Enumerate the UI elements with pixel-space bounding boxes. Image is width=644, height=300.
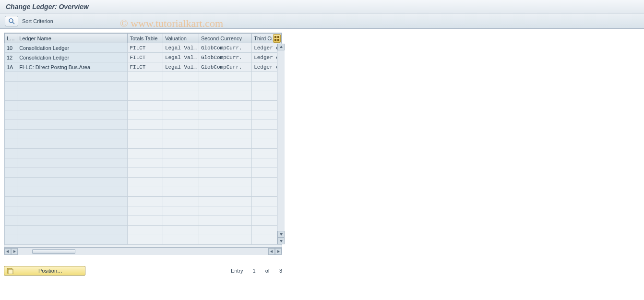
cell-empty[interactable] — [5, 110, 17, 120]
cell-empty[interactable] — [199, 178, 251, 187]
table-row-empty[interactable] — [5, 82, 282, 91]
cell-empty[interactable] — [128, 216, 163, 226]
details-button[interactable] — [5, 16, 18, 26]
scroll-up-button[interactable] — [277, 44, 285, 50]
cell-empty[interactable] — [128, 178, 163, 187]
cell-empty[interactable] — [5, 149, 17, 158]
table-row-empty[interactable] — [5, 130, 282, 139]
cell-empty[interactable] — [128, 72, 163, 82]
cell-empty[interactable] — [128, 110, 163, 120]
table-row-empty[interactable] — [5, 120, 282, 130]
cell-empty[interactable] — [163, 235, 199, 245]
cell-empty[interactable] — [17, 72, 128, 82]
cell-empty[interactable] — [17, 120, 128, 130]
cell-empty[interactable] — [199, 235, 251, 245]
vertical-scrollbar[interactable] — [277, 44, 285, 244]
col-header-second-currency[interactable]: Second Currency — [199, 34, 251, 43]
cell-empty[interactable] — [163, 101, 199, 110]
scroll-left-button[interactable] — [4, 248, 11, 255]
cell-empty[interactable] — [128, 139, 163, 149]
cell-empty[interactable] — [199, 130, 251, 139]
horizontal-scrollbar[interactable] — [4, 247, 282, 255]
cell-empty[interactable] — [163, 216, 199, 226]
position-button[interactable]: Position… — [4, 266, 85, 276]
cell-empty[interactable] — [5, 235, 17, 245]
cell-empty[interactable] — [128, 168, 163, 178]
cell-empty[interactable] — [199, 101, 251, 110]
col-header-valuation[interactable]: Valuation — [163, 34, 199, 43]
cell-empty[interactable] — [5, 187, 17, 197]
col-header-ledger-id[interactable]: L… — [5, 34, 17, 43]
table-row-empty[interactable] — [5, 226, 282, 235]
scroll-right-button[interactable] — [275, 248, 282, 255]
cell-empty[interactable] — [163, 120, 199, 130]
cell-tt[interactable]: FILCT — [128, 53, 163, 62]
table-row-empty[interactable] — [5, 91, 282, 101]
cell-empty[interactable] — [17, 158, 128, 168]
cell-empty[interactable] — [128, 149, 163, 158]
cell-empty[interactable] — [163, 206, 199, 216]
cell-empty[interactable] — [128, 101, 163, 110]
col-header-ledger-name[interactable]: Ledger Name — [17, 34, 128, 43]
cell-l[interactable]: 12 — [5, 53, 17, 62]
cell-name[interactable]: Consolidation Ledger — [17, 43, 128, 53]
cell-empty[interactable] — [199, 197, 251, 206]
cell-val[interactable]: Legal Val… — [163, 62, 199, 72]
cell-empty[interactable] — [163, 187, 199, 197]
cell-empty[interactable] — [163, 139, 199, 149]
cell-empty[interactable] — [199, 110, 251, 120]
table-row-empty[interactable] — [5, 72, 282, 82]
table-row-empty[interactable] — [5, 235, 282, 245]
cell-empty[interactable] — [163, 226, 199, 235]
table-row[interactable]: 12Consolidation LedgerFILCTLegal Val…Glo… — [5, 53, 282, 62]
cell-empty[interactable] — [199, 158, 251, 168]
cell-empty[interactable] — [17, 101, 128, 110]
cell-empty[interactable] — [5, 158, 17, 168]
cell-empty[interactable] — [5, 101, 17, 110]
cell-empty[interactable] — [17, 226, 128, 235]
cell-name[interactable]: FI-LC: Direct Postng Bus.Area — [17, 62, 128, 72]
cell-empty[interactable] — [5, 82, 17, 91]
cell-empty[interactable] — [199, 226, 251, 235]
cell-empty[interactable] — [5, 178, 17, 187]
cell-empty[interactable] — [163, 91, 199, 101]
cell-val[interactable]: Legal Val… — [163, 53, 199, 62]
cell-empty[interactable] — [17, 130, 128, 139]
cell-empty[interactable] — [5, 216, 17, 226]
cell-empty[interactable] — [163, 149, 199, 158]
cell-empty[interactable] — [17, 235, 128, 245]
cell-sc[interactable]: GlobCompCurr. — [199, 43, 251, 53]
cell-empty[interactable] — [199, 82, 251, 91]
scroll-first-button[interactable] — [11, 248, 18, 255]
cell-tt[interactable]: FILCT — [128, 62, 163, 72]
cell-empty[interactable] — [199, 187, 251, 197]
cell-empty[interactable] — [128, 91, 163, 101]
table-row-empty[interactable] — [5, 139, 282, 149]
table-row-empty[interactable] — [5, 197, 282, 206]
cell-empty[interactable] — [5, 91, 17, 101]
hscroll-track[interactable] — [18, 248, 268, 255]
cell-empty[interactable] — [199, 139, 251, 149]
table-row-empty[interactable] — [5, 149, 282, 158]
cell-empty[interactable] — [128, 197, 163, 206]
cell-empty[interactable] — [199, 120, 251, 130]
cell-empty[interactable] — [17, 206, 128, 216]
cell-name[interactable]: Consolidation Ledger — [17, 53, 128, 62]
cell-empty[interactable] — [128, 206, 163, 216]
sort-criterion-button[interactable]: Sort Criterion — [22, 18, 53, 24]
cell-val[interactable]: Legal Val… — [163, 43, 199, 53]
cell-empty[interactable] — [17, 149, 128, 158]
cell-empty[interactable] — [5, 139, 17, 149]
table-row[interactable]: 10Consolidation LedgerFILCTLegal Val…Glo… — [5, 43, 282, 53]
table-row-empty[interactable] — [5, 110, 282, 120]
cell-empty[interactable] — [5, 72, 17, 82]
hscroll-thumb[interactable] — [32, 249, 75, 254]
cell-empty[interactable] — [5, 197, 17, 206]
cell-empty[interactable] — [128, 235, 163, 245]
cell-empty[interactable] — [199, 72, 251, 82]
cell-empty[interactable] — [199, 149, 251, 158]
cell-empty[interactable] — [163, 158, 199, 168]
cell-empty[interactable] — [128, 158, 163, 168]
cell-empty[interactable] — [163, 197, 199, 206]
cell-empty[interactable] — [128, 226, 163, 235]
